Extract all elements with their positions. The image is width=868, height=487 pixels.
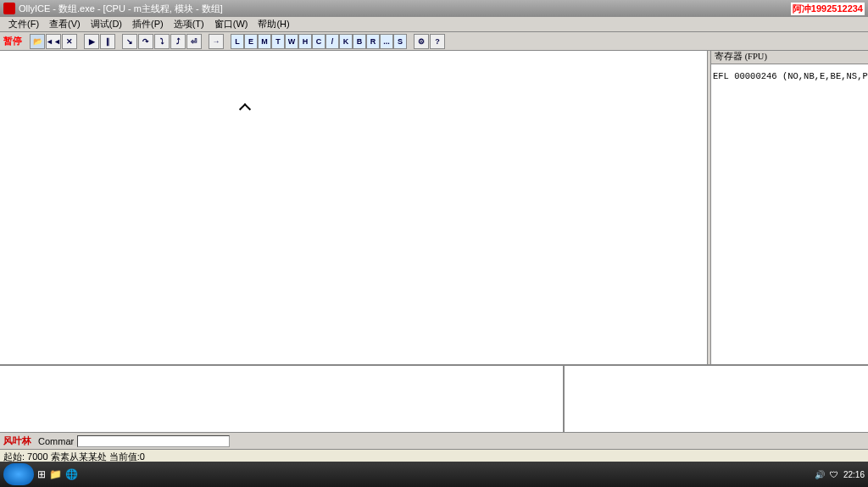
stack-pane[interactable] (563, 366, 868, 432)
menu-file[interactable]: 文件(F) (3, 18, 44, 30)
tb-pause-icon[interactable]: ‖ (100, 34, 115, 49)
tray-icon[interactable]: 🔊 (815, 470, 825, 479)
tb-open-icon[interactable]: 📂 (30, 34, 45, 49)
tb-restart-icon[interactable]: ◄◄ (46, 34, 61, 49)
tb-letter-W[interactable]: W (285, 34, 298, 49)
menu-plugins[interactable]: 插件(P) (127, 18, 169, 30)
command-bar: 风叶林 Commar (0, 432, 868, 449)
menubar: 文件(F) 查看(V) 调试(D) 插件(P) 选项(T) 窗口(W) 帮助(H… (0, 17, 868, 32)
titlebar: OllyICE - 数组.exe - [CPU - m主线程, 模块 - 数组]… (0, 0, 868, 17)
command-input[interactable] (77, 435, 230, 447)
tb-letter-L[interactable]: L (231, 34, 244, 49)
app-icon (3, 3, 15, 14)
tb-letter-K[interactable]: K (339, 34, 353, 49)
mouse-cursor-icon (238, 103, 248, 117)
toolbar: 暂停 📂 ◄◄ ✕ ▶ ‖ ↘ ↷ ⤵ ⤴ ⏎ → LEMTWHC/KBR...… (0, 32, 868, 51)
tb-letter-T[interactable]: T (271, 34, 285, 49)
tb-run-icon[interactable]: ▶ (84, 34, 99, 49)
menu-help[interactable]: 帮助(H) (253, 18, 294, 30)
tb-close-icon[interactable]: ✕ (62, 34, 77, 49)
browser-icon[interactable]: 🌐 (65, 468, 78, 480)
tb-traceinto-icon[interactable]: ⤵ (154, 34, 170, 49)
tb-help-icon[interactable]: ? (430, 34, 445, 49)
menu-debug[interactable]: 调试(D) (86, 18, 127, 30)
tb-goto-icon[interactable]: → (209, 34, 224, 49)
tb-letter-C[interactable]: C (312, 34, 326, 49)
tb-letter-H[interactable]: H (298, 34, 312, 49)
tb-traceover-icon[interactable]: ⤴ (170, 34, 186, 49)
tb-letter-/[interactable]: / (326, 34, 339, 49)
window-title: OllyICE - 数组.exe - [CPU - m主线程, 模块 - 数组] (19, 3, 791, 15)
watermark: 阿冲1992512234 (791, 3, 865, 15)
status-paused: 暂停 (3, 35, 22, 47)
taskbar: ⊞ 📁 🌐 🔊 🛡 22:16 (0, 462, 868, 487)
registers-pane[interactable]: 寄存器 (FPU) EFL 00000246 (NO,NB,E,BE,NS,PE (710, 51, 868, 364)
tb-stepinto-icon[interactable]: ↘ (122, 34, 137, 49)
efl-line: EFL 00000246 (NO,NB,E,BE,NS,PE (711, 71, 868, 82)
tb-letter-M[interactable]: M (258, 34, 271, 49)
tb-letter-R[interactable]: R (366, 34, 380, 49)
tb-letter-...[interactable]: ... (380, 34, 393, 49)
tb-stepover-icon[interactable]: ↷ (138, 34, 153, 49)
explorer-icon[interactable]: 📁 (49, 468, 62, 480)
menu-view[interactable]: 查看(V) (44, 18, 86, 30)
tb-letter-S[interactable]: S (393, 34, 407, 49)
quick-launch-icon[interactable]: ⊞ (37, 468, 46, 480)
tb-letter-E[interactable]: E (244, 34, 258, 49)
tb-letter-B[interactable]: B (353, 34, 366, 49)
tb-tillret-icon[interactable]: ⏎ (186, 34, 202, 49)
menu-options[interactable]: 选项(T) (169, 18, 209, 30)
registers-header: 寄存器 (FPU) (711, 51, 868, 64)
tray-icon[interactable]: 🛡 (830, 470, 838, 479)
logo-text: 风叶林 (3, 434, 31, 447)
system-tray[interactable]: 🔊 🛡 22:16 (815, 470, 865, 479)
clock[interactable]: 22:16 (843, 470, 865, 479)
cpu-disassembly-pane[interactable] (0, 51, 708, 364)
cmd-label: Commar (38, 436, 74, 446)
dump-pane[interactable] (0, 366, 563, 432)
menu-windows[interactable]: 窗口(W) (209, 18, 253, 30)
start-button[interactable] (3, 463, 34, 485)
tb-settings-icon[interactable]: ⚙ (414, 34, 429, 49)
